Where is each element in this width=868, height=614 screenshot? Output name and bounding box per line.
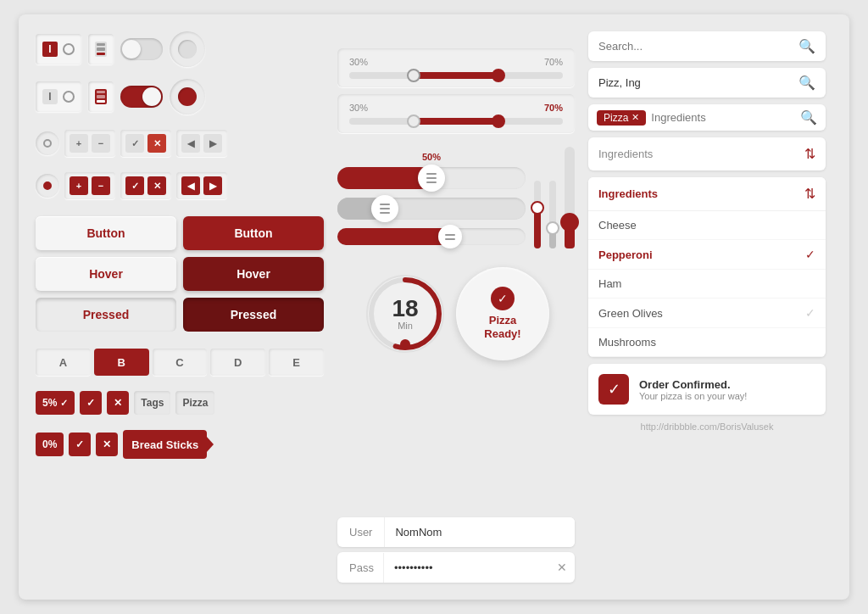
range-max-1: 70% bbox=[544, 57, 563, 67]
range-thumb-left-2[interactable] bbox=[407, 114, 420, 128]
toggle-on-2[interactable]: I bbox=[42, 89, 58, 104]
toggle-round-active-2[interactable] bbox=[170, 79, 205, 114]
circle-timer: 18 Min bbox=[363, 271, 448, 356]
ingredient-green-olives-check: ✓ bbox=[805, 306, 815, 320]
v-slider-track-2[interactable] bbox=[549, 181, 556, 248]
ingredient-ham[interactable]: Ham bbox=[588, 270, 826, 299]
tag-x[interactable]: ✕ bbox=[107, 391, 129, 415]
range-min-2: 30% bbox=[349, 103, 368, 113]
h-slider-inactive-knob[interactable] bbox=[371, 195, 398, 222]
button-dark[interactable]: Button bbox=[183, 216, 324, 250]
alpha-tab-d[interactable]: D bbox=[210, 349, 265, 376]
seg-box-2: ✓ ✕ bbox=[120, 130, 171, 157]
toggle-on-1[interactable]: I bbox=[42, 42, 58, 57]
v-slider-track-1[interactable] bbox=[534, 181, 541, 248]
seg-box-3: ◀ ▶ bbox=[176, 130, 227, 157]
tag-0pct[interactable]: 0% bbox=[36, 433, 64, 456]
tag-check-2-icon: ✓ bbox=[75, 438, 84, 450]
h-slider-small-fill bbox=[337, 228, 450, 245]
pizza-tag-remove[interactable]: ✕ bbox=[632, 112, 639, 123]
seg-btn-check[interactable]: ✓ bbox=[125, 134, 144, 153]
user-input[interactable] bbox=[385, 517, 575, 547]
alpha-tab-b[interactable]: B bbox=[94, 349, 149, 376]
button-hover-dark[interactable]: Hover bbox=[183, 257, 324, 291]
seg-btn-minus-2[interactable]: − bbox=[92, 176, 110, 195]
ingredient-green-olives[interactable]: Green Olives ✓ bbox=[588, 299, 826, 328]
seg-btn-x[interactable]: ✕ bbox=[147, 134, 166, 153]
seg-btn-plus[interactable]: + bbox=[70, 134, 88, 153]
seg-btn-x-2[interactable]: ✕ bbox=[147, 176, 166, 195]
ingredients-search[interactable] bbox=[651, 111, 795, 124]
button-pressed-dark[interactable]: Pressed bbox=[183, 298, 324, 332]
pass-input[interactable] bbox=[384, 553, 547, 583]
footer-link[interactable]: http://dribbble.com/BorisValusek bbox=[588, 421, 826, 432]
ingredients-header[interactable]: Ingredients ⇅ bbox=[588, 177, 826, 211]
ingredient-mushrooms-name: Mushrooms bbox=[598, 336, 815, 349]
tag-pizza[interactable]: Pizza bbox=[175, 391, 214, 415]
h-slider-small-knob[interactable] bbox=[438, 225, 462, 248]
range-thumb-right-1[interactable] bbox=[492, 69, 505, 82]
seg-circle-2[interactable] bbox=[36, 174, 59, 198]
circle-ready-text: Pizza Ready! bbox=[484, 314, 520, 340]
h-slider-inactive[interactable] bbox=[337, 198, 526, 220]
tag-5pct[interactable]: 5% ✓ bbox=[36, 391, 75, 415]
ingredient-pepperoni[interactable]: Pepperoni ✓ bbox=[588, 240, 826, 270]
h-slider-50-knob[interactable] bbox=[418, 165, 445, 192]
breadstick-tag[interactable]: Bread Sticks bbox=[123, 430, 207, 459]
toggle-switch-inactive-1[interactable] bbox=[120, 38, 163, 60]
dropdown-label: Ingredients bbox=[598, 148, 804, 160]
seg-btn-left[interactable]: ◀ bbox=[181, 134, 200, 153]
seg-btn-left-2[interactable]: ◀ bbox=[181, 176, 200, 195]
toggle-off-2[interactable] bbox=[63, 91, 75, 103]
tag-x-2[interactable]: ✕ bbox=[96, 433, 118, 456]
search-input-1[interactable] bbox=[598, 40, 792, 53]
alpha-tab-e[interactable]: E bbox=[269, 349, 324, 376]
main-container: I I bbox=[19, 14, 849, 600]
button-row-hover: Hover Hover bbox=[36, 257, 324, 291]
range-thumb-right-2[interactable] bbox=[492, 114, 505, 128]
ingredient-cheese[interactable]: Cheese bbox=[588, 211, 826, 240]
pass-clear-button[interactable]: ✕ bbox=[547, 552, 575, 583]
tag-x-2-icon: ✕ bbox=[103, 438, 111, 450]
alpha-tab-a[interactable]: A bbox=[36, 349, 91, 376]
seg-circle-1[interactable] bbox=[36, 131, 59, 155]
range-track-2[interactable] bbox=[349, 118, 563, 125]
seg-btn-plus-2[interactable]: + bbox=[70, 176, 88, 195]
search-icon-2: 🔍 bbox=[798, 75, 815, 91]
range-track-1[interactable] bbox=[349, 72, 563, 79]
button-light[interactable]: Button bbox=[36, 216, 176, 250]
button-hover-light[interactable]: Hover bbox=[36, 257, 176, 291]
v-slider-thumb-tall[interactable] bbox=[560, 213, 579, 232]
order-subtitle: Your pizza is on your way! bbox=[639, 391, 747, 401]
tag-check[interactable]: ✓ bbox=[80, 391, 102, 415]
range-labels-1: 30% 70% bbox=[349, 57, 563, 67]
h-slider-small[interactable] bbox=[337, 228, 526, 245]
toggle-off-1[interactable] bbox=[63, 43, 75, 55]
seg-btn-check-2[interactable]: ✓ bbox=[125, 176, 144, 195]
seg-btn-minus[interactable]: − bbox=[92, 134, 110, 153]
ingredient-cheese-name: Cheese bbox=[598, 219, 815, 232]
toggle-round-inactive-1[interactable] bbox=[170, 31, 205, 67]
pizza-tag[interactable]: Pizza ✕ bbox=[597, 110, 646, 126]
toggle-switch-active-2[interactable] bbox=[120, 86, 163, 108]
range-max-2: 70% bbox=[544, 103, 563, 113]
ingredient-pepperoni-check: ✓ bbox=[805, 248, 815, 261]
dropdown-wrap[interactable]: Ingredients ⇅ bbox=[588, 137, 826, 170]
range-section-2: 30% 70% bbox=[337, 94, 575, 133]
button-pressed-light[interactable]: Pressed bbox=[36, 298, 176, 332]
toggle-row-2: I bbox=[36, 79, 324, 114]
v-slider-track-tall[interactable] bbox=[565, 147, 575, 248]
tag-check-2[interactable]: ✓ bbox=[69, 433, 91, 456]
search-input-2[interactable] bbox=[598, 76, 792, 89]
seg-btn-right-2[interactable]: ▶ bbox=[203, 176, 222, 195]
ingredients-dropdown: Ingredients ⇅ Cheese Pepperoni ✓ Ham Gre… bbox=[588, 177, 826, 357]
tag-tags[interactable]: Tags bbox=[134, 391, 170, 415]
range-thumb-left-1[interactable] bbox=[407, 69, 420, 82]
alpha-tab-c[interactable]: C bbox=[153, 349, 208, 376]
v-slider-thumb-2[interactable] bbox=[546, 221, 559, 235]
middle-panel: 30% 70% 30% 70% bbox=[337, 31, 575, 583]
ingredient-mushrooms[interactable]: Mushrooms bbox=[588, 328, 826, 357]
h-slider-50[interactable] bbox=[337, 167, 526, 189]
seg-btn-right[interactable]: ▶ bbox=[203, 134, 222, 153]
v-slider-thumb-1[interactable] bbox=[531, 201, 544, 215]
